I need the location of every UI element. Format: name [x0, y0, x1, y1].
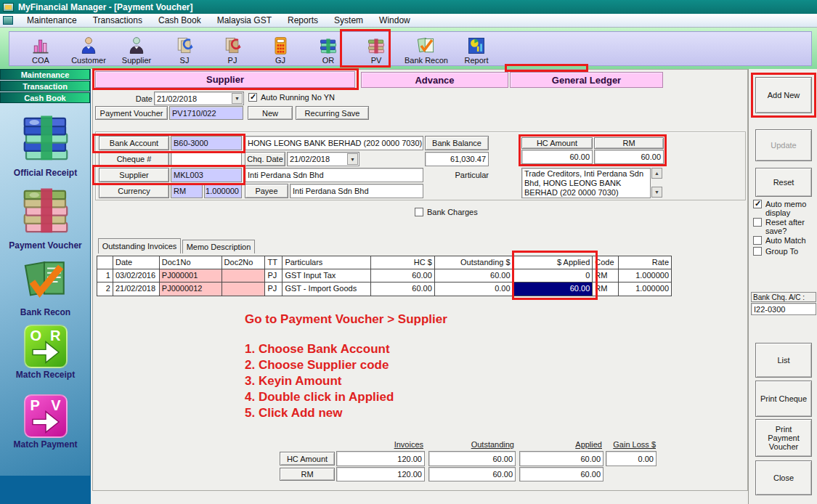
hc-amount-field[interactable]: 60.00 [521, 150, 593, 164]
cell-doc1no: PJ000001 [160, 269, 222, 283]
reset-after-save-checkbox[interactable] [753, 218, 762, 227]
menu-malaysia-gst[interactable]: Malaysia GST [209, 14, 280, 27]
toolbar-coa-button[interactable]: COA [17, 32, 65, 65]
sidebar-section-cash-book[interactable]: Cash Book [0, 92, 90, 103]
toolbar-or-button[interactable]: OR [304, 32, 352, 65]
payment-voucher-button[interactable]: Payment Voucher [95, 106, 168, 120]
menu-window[interactable]: Window [371, 14, 418, 27]
sidebar-section-maintenance[interactable]: Maintenance [0, 69, 90, 80]
toolbar-sj-button[interactable]: SJ [160, 32, 208, 65]
chq-date-combobox[interactable]: 21/02/2018 [287, 152, 359, 166]
supplier-button[interactable]: Supplier [99, 168, 169, 182]
auto-running-checkbox-row[interactable]: Auto Running No YN [248, 93, 335, 102]
rm-amount-field[interactable]: 60.00 [594, 150, 664, 164]
toolbar-bank-recon-button[interactable]: Bank Recon [400, 32, 452, 65]
cheque-number-field[interactable] [171, 152, 242, 166]
toolbar-report-label: Report [464, 56, 488, 65]
new-button[interactable]: New [248, 106, 293, 120]
sidebar-item-payment-voucher[interactable]: Payment Voucher [0, 185, 91, 251]
auto-match-checkbox[interactable] [753, 236, 762, 245]
table-header-row: Date Doc1No Doc2No TT Particulars HC $ O… [97, 256, 671, 269]
summary-hc-outstanding: 60.00 [428, 451, 516, 466]
annotation-heading: Go to Payment Voucher > Supplier [245, 312, 447, 327]
chevron-down-icon[interactable] [347, 153, 358, 165]
menu-transactions[interactable]: Transactions [85, 14, 150, 27]
sidebar-item-match-receipt[interactable]: O R Match Receipt [0, 325, 91, 380]
bank-recon-check-icon [416, 36, 436, 56]
toolbar-report-button[interactable]: Report [452, 32, 500, 65]
recurring-save-button[interactable]: Recurring Save [296, 106, 369, 120]
cell-applied-selected[interactable]: 60.00 [513, 283, 593, 296]
sidebar-label-payment-voucher: Payment Voucher [0, 240, 91, 251]
chevron-down-icon[interactable] [232, 93, 243, 104]
bank-chq-account-field[interactable]: I22-0300 [751, 303, 816, 315]
tab-outstanding-invoices[interactable]: Outstanding Invoices [98, 238, 181, 253]
sidebar-label-match-payment: Match Payment [0, 439, 91, 450]
cell-doc1no: PJ0000012 [160, 283, 222, 296]
auto-match-checkbox-row[interactable]: Auto Match [753, 236, 816, 245]
print-payment-voucher-button[interactable]: Print Payment Voucher [755, 419, 812, 457]
toolbar-supplier-button[interactable]: Supplier [113, 32, 160, 65]
payment-voucher-number-field[interactable]: PV1710/022 [169, 106, 243, 120]
scroll-up-icon[interactable] [651, 168, 662, 179]
toolbar-pv-button[interactable]: PV [352, 32, 400, 65]
cell-particulars: GST - Import Goods [283, 283, 371, 296]
receipt-money-stack-icon [318, 36, 338, 56]
cheque-number-button[interactable]: Cheque # [99, 152, 169, 166]
reset-button[interactable]: Reset [755, 168, 812, 197]
table-row[interactable]: 1 03/02/2016 PJ000001 PJ GST Input Tax 6… [97, 269, 671, 283]
menu-reports[interactable]: Reports [280, 14, 326, 27]
bank-account-code-field[interactable]: B60-3000 [171, 136, 242, 150]
bank-account-button[interactable]: Bank Account [99, 136, 169, 150]
auto-memo-checkbox[interactable] [753, 200, 762, 208]
list-button[interactable]: List [755, 343, 812, 378]
menu-system[interactable]: System [326, 14, 371, 27]
auto-memo-checkbox-row[interactable]: Auto memo display [753, 200, 816, 217]
table-row[interactable]: 2 21/02/2018 PJ0000012 PJ GST - Import G… [97, 283, 671, 296]
rm-header: RM [594, 137, 664, 149]
reset-after-save-checkbox-row[interactable]: Reset after save? [753, 218, 816, 235]
sidebar-item-match-payment[interactable]: P V Match Payment [0, 394, 91, 450]
particular-textarea[interactable]: Trade Creditors, Inti Perdana Sdn Bhd, H… [521, 168, 651, 198]
bank-charges-checkbox-row[interactable]: Bank Charges [415, 208, 478, 216]
sidebar-item-official-receipt[interactable]: Official Receipt [0, 113, 91, 178]
group-to-checkbox-row[interactable]: Group To [753, 247, 816, 256]
col-rate: Rate [619, 256, 671, 269]
toolbar-pj-button[interactable]: PJ [208, 32, 256, 65]
menu-maintenance[interactable]: Maintenance [19, 14, 85, 27]
left-sidebar: Maintenance Transaction Cash Book Offici… [0, 69, 91, 504]
auto-running-checkbox[interactable] [248, 93, 257, 102]
col-outstanding: Outstanding $ [435, 256, 513, 269]
bank-chq-account-label: Bank Chq. A/C : [751, 292, 816, 302]
tab-supplier[interactable]: Supplier [95, 71, 355, 88]
add-new-button[interactable]: Add New [755, 77, 812, 113]
bank-balance-button[interactable]: Bank Balance [425, 136, 489, 150]
sidebar-item-bank-recon[interactable]: Bank Recon [0, 256, 91, 317]
summary-rm-invoices: 120.00 [336, 467, 425, 481]
summary-hc-gain-loss: 0.00 [606, 451, 657, 466]
cell-applied[interactable]: 0 [513, 269, 593, 283]
supplier-code-field[interactable]: MKL003 [171, 168, 242, 182]
cell-outstanding: 0.00 [435, 283, 513, 296]
toolbar-customer-button[interactable]: Customer [65, 32, 113, 65]
scroll-down-icon[interactable] [651, 187, 662, 198]
payee-field[interactable]: Inti Perdana Sdn Bhd [290, 184, 423, 198]
date-combobox[interactable]: 21/02/2018 [154, 92, 244, 105]
toolbar-gj-button[interactable]: GJ [256, 32, 304, 65]
currency-button[interactable]: Currency [99, 184, 169, 198]
group-to-checkbox[interactable] [753, 247, 762, 256]
tab-general-ledger[interactable]: General Ledger [510, 72, 663, 88]
update-button[interactable]: Update [755, 129, 812, 161]
auto-match-label: Auto Match [765, 236, 806, 245]
currency-code-field[interactable]: RM [171, 184, 203, 198]
print-cheque-button[interactable]: Print Cheque [755, 381, 812, 417]
tab-advance[interactable]: Advance [361, 72, 508, 88]
bank-charges-checkbox[interactable] [415, 208, 423, 216]
toolbar-pj-label: PJ [228, 56, 237, 65]
sidebar-section-transaction[interactable]: Transaction [0, 81, 90, 92]
close-button[interactable]: Close [755, 460, 812, 495]
menu-cash-book[interactable]: Cash Book [150, 14, 209, 27]
payee-button[interactable]: Payee [245, 184, 288, 198]
tab-memo-description[interactable]: Memo Description [182, 240, 255, 253]
purchase-journal-icon [222, 36, 243, 56]
